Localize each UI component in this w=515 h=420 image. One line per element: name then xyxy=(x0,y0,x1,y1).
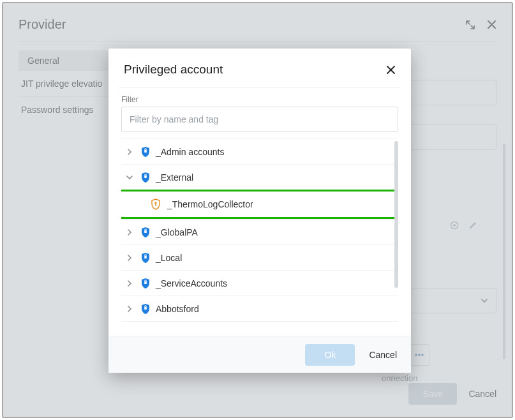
chevron-right-icon xyxy=(124,306,135,312)
tree-item-globalpa[interactable]: _GlobalPA xyxy=(121,219,398,244)
tree-item-abbotsford[interactable]: Abbotsford xyxy=(121,296,398,321)
chevron-right-icon xyxy=(124,280,135,287)
tree-scrollbar[interactable] xyxy=(394,141,398,288)
tree-item-local[interactable]: _Local xyxy=(121,244,398,270)
svg-rect-8 xyxy=(155,204,156,206)
tree-item-thermologcollector[interactable]: _ThermoLogCollector xyxy=(121,191,398,217)
chevron-down-icon xyxy=(124,174,135,181)
shield-icon xyxy=(140,227,151,238)
selected-highlight: _ThermoLogCollector xyxy=(121,190,398,219)
account-tree: _Admin accounts _External xyxy=(121,139,398,324)
shield-icon xyxy=(140,172,151,183)
tree-item-label: _ServiceAccounts xyxy=(156,278,227,289)
dialog-cancel-button[interactable]: Cancel xyxy=(369,350,397,360)
chevron-right-icon xyxy=(124,229,135,236)
dialog-title: Privileged account xyxy=(124,63,223,77)
chevron-right-icon xyxy=(124,255,135,261)
filter-input[interactable] xyxy=(121,107,398,132)
shield-icon xyxy=(140,278,151,289)
shield-key-icon xyxy=(151,199,161,210)
shield-icon xyxy=(140,146,151,158)
tree-item-label: _External xyxy=(156,172,193,183)
tree-item-external[interactable]: _External xyxy=(121,164,398,190)
ok-button[interactable]: Ok xyxy=(305,344,355,366)
tree-item-label: _Local xyxy=(156,253,182,263)
tree-item-label: _GlobalPA xyxy=(156,227,198,237)
filter-label: Filter xyxy=(121,95,398,104)
shield-icon xyxy=(140,252,151,264)
svg-rect-12 xyxy=(144,307,147,310)
svg-rect-10 xyxy=(144,256,147,259)
chevron-right-icon xyxy=(124,149,135,155)
tree-item-serviceaccounts[interactable]: _ServiceAccounts xyxy=(121,270,398,296)
tree-item-label: _ThermoLogCollector xyxy=(167,199,253,209)
tree-item-label: Abbotsford xyxy=(156,304,199,314)
shield-icon xyxy=(140,303,151,315)
svg-rect-5 xyxy=(144,150,147,153)
dialog-close-icon[interactable] xyxy=(386,65,396,75)
tree-item-label: _Admin accounts xyxy=(156,147,224,157)
privileged-account-dialog: Privileged account Filter _Admin account… xyxy=(108,49,411,373)
tree-item-admin-accounts[interactable]: _Admin accounts xyxy=(121,139,398,164)
svg-rect-9 xyxy=(144,230,147,233)
svg-rect-11 xyxy=(144,281,147,284)
svg-rect-6 xyxy=(144,176,147,178)
